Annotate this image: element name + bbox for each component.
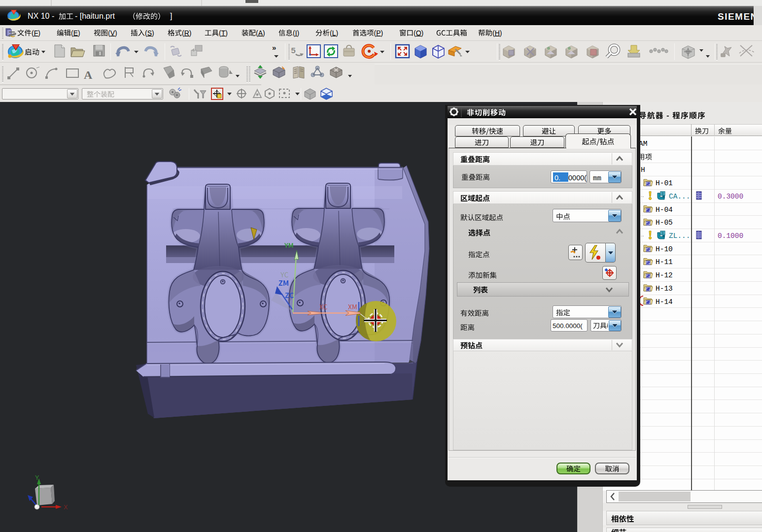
svg-text:X: X bbox=[64, 504, 68, 511]
svg-text:Y: Y bbox=[35, 474, 39, 481]
